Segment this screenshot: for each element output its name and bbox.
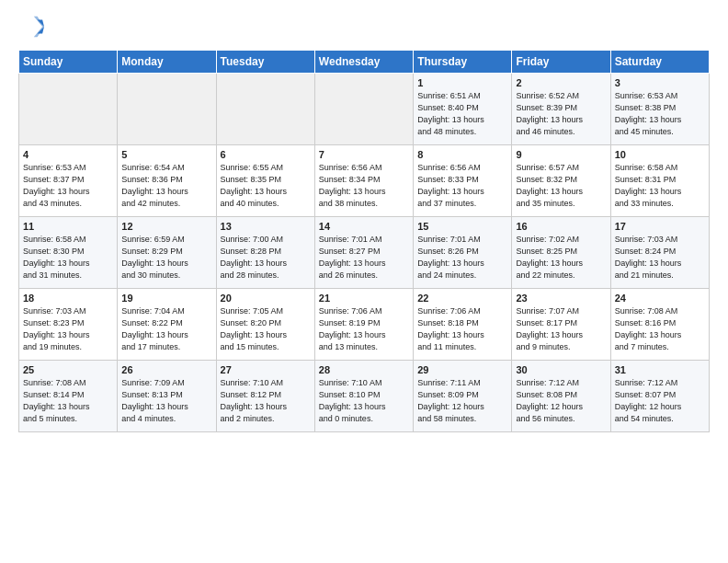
- calendar-cell: 10Sunrise: 6:58 AM Sunset: 8:31 PM Dayli…: [610, 145, 709, 217]
- weekday-header-thursday: Thursday: [414, 51, 512, 74]
- day-info: Sunrise: 7:10 AM Sunset: 8:10 PM Dayligh…: [319, 377, 409, 425]
- day-info: Sunrise: 6:51 AM Sunset: 8:40 PM Dayligh…: [417, 90, 507, 138]
- day-number: 18: [23, 293, 113, 304]
- page: SundayMondayTuesdayWednesdayThursdayFrid…: [0, 0, 728, 443]
- day-info: Sunrise: 7:10 AM Sunset: 8:12 PM Dayligh…: [221, 377, 311, 425]
- calendar-cell: 3Sunrise: 6:53 AM Sunset: 8:38 PM Daylig…: [610, 74, 709, 145]
- calendar-cell: [118, 74, 216, 145]
- day-number: 4: [23, 149, 113, 160]
- day-info: Sunrise: 7:01 AM Sunset: 8:27 PM Dayligh…: [319, 234, 409, 282]
- day-info: Sunrise: 7:01 AM Sunset: 8:26 PM Dayligh…: [417, 234, 507, 282]
- calendar-cell: 23Sunrise: 7:07 AM Sunset: 8:17 PM Dayli…: [512, 289, 610, 361]
- day-info: Sunrise: 7:04 AM Sunset: 8:22 PM Dayligh…: [121, 305, 211, 353]
- calendar-cell: 16Sunrise: 7:02 AM Sunset: 8:25 PM Dayli…: [512, 217, 610, 289]
- day-number: 29: [417, 364, 507, 375]
- day-info: Sunrise: 6:57 AM Sunset: 8:32 PM Dayligh…: [516, 162, 606, 210]
- calendar-cell: 22Sunrise: 7:06 AM Sunset: 8:18 PM Dayli…: [414, 289, 512, 361]
- calendar-cell: 7Sunrise: 6:56 AM Sunset: 8:34 PM Daylig…: [314, 145, 413, 217]
- day-info: Sunrise: 7:09 AM Sunset: 8:13 PM Dayligh…: [121, 377, 211, 425]
- day-info: Sunrise: 7:06 AM Sunset: 8:18 PM Dayligh…: [417, 305, 507, 353]
- day-info: Sunrise: 6:58 AM Sunset: 8:31 PM Dayligh…: [615, 162, 705, 210]
- calendar-cell: 17Sunrise: 7:03 AM Sunset: 8:24 PM Dayli…: [610, 217, 709, 289]
- calendar-cell: 13Sunrise: 7:00 AM Sunset: 8:28 PM Dayli…: [216, 217, 314, 289]
- day-number: 28: [319, 364, 409, 375]
- day-info: Sunrise: 7:07 AM Sunset: 8:17 PM Dayligh…: [516, 305, 606, 353]
- day-info: Sunrise: 7:11 AM Sunset: 8:09 PM Dayligh…: [417, 377, 507, 425]
- day-info: Sunrise: 7:03 AM Sunset: 8:23 PM Dayligh…: [23, 305, 113, 353]
- day-number: 23: [516, 293, 606, 304]
- calendar-cell: 29Sunrise: 7:11 AM Sunset: 8:09 PM Dayli…: [414, 361, 512, 432]
- day-info: Sunrise: 7:08 AM Sunset: 8:16 PM Dayligh…: [615, 305, 705, 353]
- day-number: 9: [516, 149, 606, 160]
- day-number: 1: [417, 77, 507, 88]
- weekday-header-tuesday: Tuesday: [216, 51, 314, 74]
- day-number: 27: [221, 364, 311, 375]
- calendar-cell: 19Sunrise: 7:04 AM Sunset: 8:22 PM Dayli…: [118, 289, 216, 361]
- day-number: 19: [121, 293, 211, 304]
- day-number: 30: [516, 364, 606, 375]
- calendar-cell: 26Sunrise: 7:09 AM Sunset: 8:13 PM Dayli…: [118, 361, 216, 432]
- day-number: 16: [516, 221, 606, 232]
- day-number: 26: [121, 364, 211, 375]
- calendar-cell: 27Sunrise: 7:10 AM Sunset: 8:12 PM Dayli…: [216, 361, 314, 432]
- day-info: Sunrise: 6:55 AM Sunset: 8:35 PM Dayligh…: [221, 162, 311, 210]
- day-number: 21: [319, 293, 409, 304]
- weekday-header-friday: Friday: [512, 51, 610, 74]
- calendar-cell: 20Sunrise: 7:05 AM Sunset: 8:20 PM Dayli…: [216, 289, 314, 361]
- day-info: Sunrise: 6:54 AM Sunset: 8:36 PM Dayligh…: [121, 162, 211, 210]
- calendar-cell: 30Sunrise: 7:12 AM Sunset: 8:08 PM Dayli…: [512, 361, 610, 432]
- calendar-cell: 2Sunrise: 6:52 AM Sunset: 8:39 PM Daylig…: [512, 74, 610, 145]
- day-number: 12: [121, 221, 211, 232]
- day-number: 22: [417, 293, 507, 304]
- week-row-3: 18Sunrise: 7:03 AM Sunset: 8:23 PM Dayli…: [19, 289, 710, 361]
- day-number: 31: [615, 364, 705, 375]
- day-number: 20: [221, 293, 311, 304]
- calendar-cell: 8Sunrise: 6:56 AM Sunset: 8:33 PM Daylig…: [414, 145, 512, 217]
- calendar-cell: 6Sunrise: 6:55 AM Sunset: 8:35 PM Daylig…: [216, 145, 314, 217]
- calendar-cell: 28Sunrise: 7:10 AM Sunset: 8:10 PM Dayli…: [314, 361, 413, 432]
- weekday-header-sunday: Sunday: [19, 51, 118, 74]
- weekday-header-monday: Monday: [118, 51, 216, 74]
- day-number: 5: [121, 149, 211, 160]
- calendar-cell: 15Sunrise: 7:01 AM Sunset: 8:26 PM Dayli…: [414, 217, 512, 289]
- day-number: 10: [615, 149, 705, 160]
- day-number: 14: [319, 221, 409, 232]
- calendar-cell: [19, 74, 118, 145]
- day-number: 7: [319, 149, 409, 160]
- calendar-cell: 18Sunrise: 7:03 AM Sunset: 8:23 PM Dayli…: [19, 289, 118, 361]
- weekday-header-wednesday: Wednesday: [314, 51, 413, 74]
- day-info: Sunrise: 6:56 AM Sunset: 8:34 PM Dayligh…: [319, 162, 409, 210]
- day-info: Sunrise: 7:05 AM Sunset: 8:20 PM Dayligh…: [221, 305, 311, 353]
- calendar-cell: 31Sunrise: 7:12 AM Sunset: 8:07 PM Dayli…: [610, 361, 709, 432]
- day-info: Sunrise: 6:59 AM Sunset: 8:29 PM Dayligh…: [121, 234, 211, 282]
- calendar-cell: 25Sunrise: 7:08 AM Sunset: 8:14 PM Dayli…: [19, 361, 118, 432]
- calendar-cell: [216, 74, 314, 145]
- calendar-cell: 1Sunrise: 6:51 AM Sunset: 8:40 PM Daylig…: [414, 74, 512, 145]
- day-info: Sunrise: 7:06 AM Sunset: 8:19 PM Dayligh…: [319, 305, 409, 353]
- calendar: SundayMondayTuesdayWednesdayThursdayFrid…: [18, 50, 710, 432]
- day-number: 15: [417, 221, 507, 232]
- day-number: 24: [615, 293, 705, 304]
- day-number: 2: [516, 77, 606, 88]
- weekday-header-saturday: Saturday: [610, 51, 709, 74]
- calendar-cell: 5Sunrise: 6:54 AM Sunset: 8:36 PM Daylig…: [118, 145, 216, 217]
- calendar-cell: 24Sunrise: 7:08 AM Sunset: 8:16 PM Dayli…: [610, 289, 709, 361]
- week-row-4: 25Sunrise: 7:08 AM Sunset: 8:14 PM Dayli…: [19, 361, 710, 432]
- calendar-cell: 12Sunrise: 6:59 AM Sunset: 8:29 PM Dayli…: [118, 217, 216, 289]
- calendar-cell: [314, 74, 413, 145]
- svg-marker-1: [34, 17, 44, 37]
- day-number: 13: [221, 221, 311, 232]
- logo-icon: [18, 15, 44, 40]
- day-info: Sunrise: 7:08 AM Sunset: 8:14 PM Dayligh…: [23, 377, 113, 425]
- day-number: 11: [23, 221, 113, 232]
- day-number: 17: [615, 221, 705, 232]
- day-info: Sunrise: 7:00 AM Sunset: 8:28 PM Dayligh…: [221, 234, 311, 282]
- day-info: Sunrise: 7:12 AM Sunset: 8:07 PM Dayligh…: [615, 377, 705, 425]
- calendar-cell: 21Sunrise: 7:06 AM Sunset: 8:19 PM Dayli…: [314, 289, 413, 361]
- header: [18, 15, 710, 40]
- day-info: Sunrise: 6:52 AM Sunset: 8:39 PM Dayligh…: [516, 90, 606, 138]
- day-info: Sunrise: 7:12 AM Sunset: 8:08 PM Dayligh…: [516, 377, 606, 425]
- calendar-cell: 9Sunrise: 6:57 AM Sunset: 8:32 PM Daylig…: [512, 145, 610, 217]
- calendar-cell: 4Sunrise: 6:53 AM Sunset: 8:37 PM Daylig…: [19, 145, 118, 217]
- calendar-cell: 14Sunrise: 7:01 AM Sunset: 8:27 PM Dayli…: [314, 217, 413, 289]
